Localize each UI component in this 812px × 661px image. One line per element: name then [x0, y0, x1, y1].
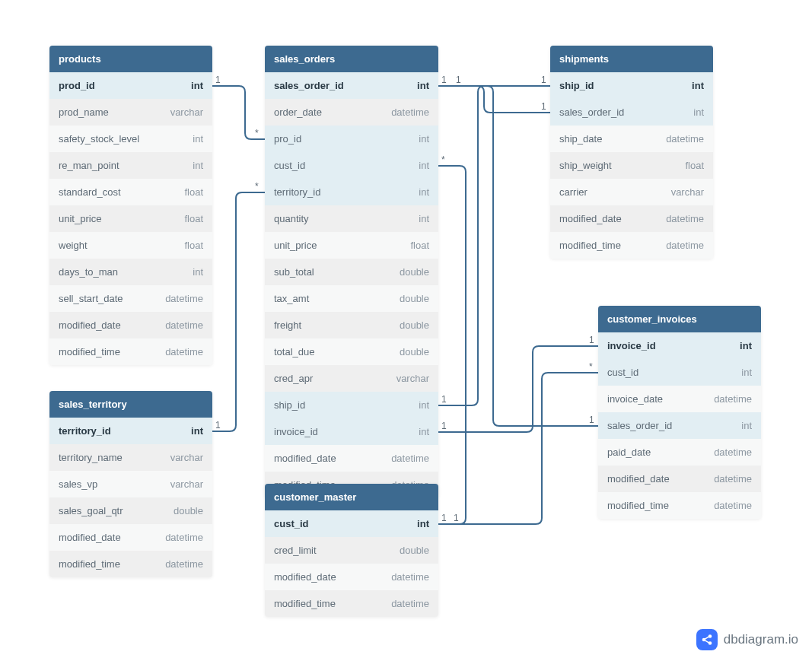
column-type: int: [419, 213, 429, 224]
column-name: safety_stock_level: [59, 133, 139, 145]
column-type: int: [193, 266, 203, 278]
table-row[interactable]: territory_idint: [265, 179, 438, 205]
table-row[interactable]: modified_datedatetime: [49, 524, 212, 551]
table-rows: prod_idintprod_namevarcharsafety_stock_l…: [49, 72, 212, 365]
column-type: int: [193, 133, 203, 145]
table-row[interactable]: modified_timedatetime: [49, 338, 212, 365]
cardinality-one: 1: [541, 75, 546, 85]
table-row[interactable]: unit_pricefloat: [49, 205, 212, 232]
table-row[interactable]: invoice_idint: [265, 418, 438, 445]
column-name: freight: [274, 319, 301, 331]
table-row[interactable]: total_duedouble: [265, 338, 438, 365]
table-row[interactable]: sales_vpvarchar: [49, 471, 212, 497]
table-row[interactable]: standard_costfloat: [49, 179, 212, 205]
column-type: double: [400, 319, 429, 331]
table-row[interactable]: sell_start_datedatetime: [49, 285, 212, 312]
column-name: sales_order_id: [607, 420, 672, 431]
table-row[interactable]: modified_timedatetime: [550, 232, 713, 259]
column-name: modified_date: [274, 453, 336, 464]
table-row[interactable]: sub_totaldouble: [265, 259, 438, 285]
brand-logo[interactable]: dbdiagram.io: [696, 629, 798, 650]
table-row[interactable]: weightfloat: [49, 232, 212, 259]
table-row[interactable]: invoice_datedatetime: [598, 386, 761, 412]
column-name: modified_time: [59, 346, 120, 358]
column-name: modified_date: [607, 473, 670, 485]
column-name: modified_time: [274, 598, 336, 609]
table-row[interactable]: territory_idint: [49, 418, 212, 444]
table-row[interactable]: cred_limitdouble: [265, 537, 438, 564]
column-type: datetime: [666, 133, 704, 145]
table-row[interactable]: modified_datedatetime: [598, 466, 761, 492]
cardinality-one: 1: [441, 75, 447, 85]
column-name: sales_goal_qtr: [59, 505, 123, 516]
table-row[interactable]: cust_idint: [598, 359, 761, 386]
column-type: int: [419, 426, 429, 437]
table-row[interactable]: sales_goal_qtrdouble: [49, 497, 212, 524]
table-row[interactable]: modified_timedatetime: [598, 492, 761, 519]
table-row[interactable]: sales_order_idint: [598, 412, 761, 439]
table-row[interactable]: modified_datedatetime: [265, 445, 438, 472]
column-name: modified_time: [607, 500, 669, 511]
table-row[interactable]: safety_stock_levelint: [49, 126, 212, 152]
table-row[interactable]: cust_idint: [265, 510, 438, 537]
column-type: datetime: [714, 500, 752, 511]
table-row[interactable]: sales_order_idint: [550, 99, 713, 126]
table-row[interactable]: carriervarchar: [550, 179, 713, 205]
table-row[interactable]: days_to_manint: [49, 259, 212, 285]
table-row[interactable]: tax_amtdouble: [265, 285, 438, 312]
table-customer-invoices[interactable]: customer_invoices invoice_idintcust_idin…: [598, 306, 761, 519]
table-products[interactable]: products prod_idintprod_namevarcharsafet…: [49, 46, 212, 365]
column-name: prod_id: [59, 80, 95, 91]
table-row[interactable]: ship_idint: [550, 72, 713, 99]
column-name: ship_id: [274, 399, 305, 411]
table-customer-master[interactable]: customer_master cust_idintcred_limitdoub…: [265, 484, 438, 617]
column-name: order_date: [274, 106, 322, 118]
table-row[interactable]: prod_idint: [49, 72, 212, 99]
column-type: double: [174, 505, 203, 516]
column-name: cred_limit: [274, 545, 317, 556]
table-row[interactable]: modified_datedatetime: [49, 312, 212, 338]
column-type: int: [419, 160, 429, 171]
table-row[interactable]: paid_datedatetime: [598, 439, 761, 466]
table-row[interactable]: ship_weightfloat: [550, 152, 713, 179]
table-row[interactable]: sales_order_idint: [265, 72, 438, 99]
column-type: varchar: [170, 106, 203, 118]
cardinality-one: 1: [441, 513, 447, 523]
table-row[interactable]: quantityint: [265, 205, 438, 232]
table-row[interactable]: modified_timedatetime: [49, 551, 212, 577]
table-row[interactable]: territory_namevarchar: [49, 444, 212, 471]
column-name: modified_date: [59, 319, 121, 331]
table-shipments[interactable]: shipments ship_idintsales_order_idintshi…: [550, 46, 713, 259]
table-row[interactable]: re_man_pointint: [49, 152, 212, 179]
table-row[interactable]: freightdouble: [265, 312, 438, 338]
table-row[interactable]: modified_datedatetime: [265, 564, 438, 590]
column-type: datetime: [391, 106, 429, 118]
table-sales-orders[interactable]: sales_orders sales_order_idintorder_date…: [265, 46, 438, 498]
table-sales-territory[interactable]: sales_territory territory_idintterritory…: [49, 391, 212, 577]
column-name: territory_id: [59, 425, 111, 437]
column-type: int: [419, 399, 429, 411]
table-row[interactable]: modified_timedatetime: [265, 590, 438, 617]
table-row[interactable]: cust_idint: [265, 152, 438, 179]
column-name: unit_price: [274, 240, 317, 251]
table-row[interactable]: pro_idint: [265, 126, 438, 152]
table-header: products: [49, 46, 212, 72]
column-name: ship_weight: [559, 160, 612, 171]
table-row[interactable]: modified_datedatetime: [550, 205, 713, 232]
cardinality-one: 1: [541, 101, 546, 112]
column-name: sub_total: [274, 266, 314, 278]
table-row[interactable]: prod_namevarchar: [49, 99, 212, 126]
column-type: int: [693, 106, 704, 118]
column-name: quantity: [274, 213, 309, 224]
column-type: float: [685, 160, 704, 171]
table-row[interactable]: ship_idint: [265, 392, 438, 418]
table-row[interactable]: unit_pricefloat: [265, 232, 438, 259]
table-row[interactable]: ship_datedatetime: [550, 126, 713, 152]
table-row[interactable]: invoice_idint: [598, 332, 761, 359]
table-row[interactable]: cred_aprvarchar: [265, 365, 438, 392]
column-name: modified_date: [274, 571, 336, 583]
column-name: pro_id: [274, 133, 301, 145]
table-row[interactable]: order_datedatetime: [265, 99, 438, 126]
cardinality-one: 1: [441, 421, 447, 431]
column-type: datetime: [165, 558, 203, 570]
